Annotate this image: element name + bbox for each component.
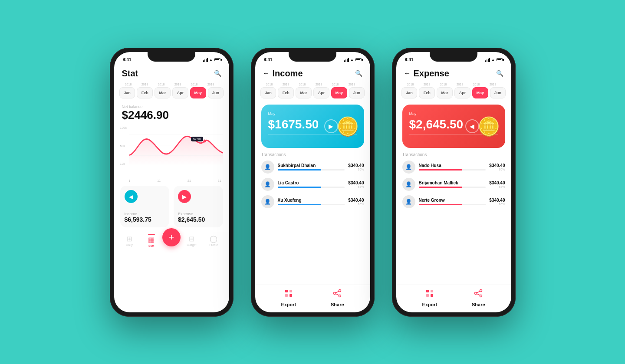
expense-month-apr[interactable]: Apr bbox=[454, 87, 470, 98]
income-card[interactable]: ◀ Income $6,593.75 bbox=[120, 186, 170, 227]
year-label-1: 2018 bbox=[137, 83, 153, 86]
income-month-mar[interactable]: Mar bbox=[296, 87, 312, 98]
month-tabs: 2018 2018 2018 2018 2018 2018 Jan Feb Ma… bbox=[114, 82, 229, 102]
income-month-jan[interactable]: Jan bbox=[260, 87, 276, 98]
expense-name-1: Brijamohan Mallick bbox=[419, 180, 486, 185]
chart-area: 100k 50k 10k $2.90 bbox=[114, 125, 229, 177]
expense-info-2: Nerte Gronw bbox=[419, 198, 486, 205]
battery-icon-income bbox=[355, 58, 362, 61]
screen-stat: 9:41 ▲ Stat 🔍 2018 bbox=[114, 52, 229, 312]
svg-rect-15 bbox=[426, 294, 429, 297]
svg-rect-13 bbox=[426, 290, 429, 292]
expense-card-month: May bbox=[409, 111, 498, 116]
bar-track-0 bbox=[278, 169, 345, 171]
transaction-amount-1: $340.40 bbox=[348, 180, 364, 185]
transaction-1[interactable]: 👤 Lia Castro $340.40 65% bbox=[261, 178, 364, 191]
wifi-icon: ▲ bbox=[209, 58, 213, 62]
chart-x-labels: 1 11 21 31 bbox=[114, 178, 229, 182]
months-row: Jan Feb Mar Apr May Jun bbox=[119, 87, 224, 98]
export-icon-expense bbox=[425, 289, 434, 300]
nav-budget-label: Budget bbox=[187, 243, 196, 246]
month-feb[interactable]: Feb bbox=[137, 87, 153, 98]
expense-transaction-0[interactable]: 👤 Nado Husa $340.40 65% bbox=[402, 161, 505, 174]
transaction-pct-0: 65% bbox=[348, 168, 364, 171]
chart-y-labels: 100k 50k 10k bbox=[120, 126, 127, 165]
svg-line-21 bbox=[477, 294, 480, 295]
transaction-right-1: $340.40 65% bbox=[348, 180, 364, 188]
expense-card[interactable]: ▶ Expense $2,645.50 bbox=[174, 186, 223, 227]
transaction-2[interactable]: 👤 Xu Xuefeng $340.40 65% bbox=[261, 195, 364, 208]
svg-line-20 bbox=[477, 291, 480, 293]
months-row-expense: Jan Feb Mar Apr May Jun bbox=[401, 87, 506, 98]
avatar-0: 👤 bbox=[261, 161, 274, 174]
nav-daily[interactable]: ⊞ Daily bbox=[118, 235, 141, 246]
nav-profile[interactable]: ◯ Profile bbox=[203, 235, 225, 246]
expense-pct-2: 65% bbox=[489, 203, 505, 206]
search-icon-income[interactable]: 🔍 bbox=[355, 70, 362, 77]
status-time-income: 9:41 bbox=[264, 57, 273, 62]
expense-month-jun[interactable]: Jun bbox=[490, 87, 506, 98]
month-jun[interactable]: Jun bbox=[208, 87, 224, 98]
expense-avatar-0: 👤 bbox=[402, 161, 415, 174]
svg-rect-4 bbox=[285, 290, 288, 292]
coin-icon-income: 🪙 bbox=[336, 115, 359, 137]
y-label-50k: 50k bbox=[120, 144, 127, 148]
share-button-expense[interactable]: Share bbox=[472, 289, 485, 307]
expense-amount-1: $340.40 bbox=[489, 180, 505, 185]
svg-point-19 bbox=[480, 295, 482, 297]
chart-tooltip: $2.90 bbox=[191, 137, 203, 141]
expense-bar-track-2 bbox=[419, 204, 486, 205]
chart-svg bbox=[129, 125, 223, 166]
search-icon[interactable]: 🔍 bbox=[214, 70, 221, 77]
expense-month-jan[interactable]: Jan bbox=[401, 87, 418, 98]
transaction-pct-2: 65% bbox=[348, 203, 364, 206]
expense-bar-track-0 bbox=[419, 169, 486, 171]
month-apr[interactable]: Apr bbox=[172, 87, 188, 98]
income-month-feb[interactable]: Feb bbox=[278, 87, 294, 98]
expense-label: Expense bbox=[178, 212, 219, 216]
transaction-0[interactable]: 👤 Sukhbirpal Dhalan $340.40 65% bbox=[261, 161, 364, 174]
notch-expense bbox=[430, 52, 477, 62]
page-title-income: Income bbox=[273, 69, 303, 79]
transactions-section-expense: Transactions 👤 Nado Husa $340.40 65% 👤 bbox=[396, 152, 511, 285]
expense-transaction-1[interactable]: 👤 Brijamohan Mallick $340.40 65% bbox=[402, 178, 505, 191]
battery-icon-expense bbox=[497, 58, 503, 61]
month-mar[interactable]: Mar bbox=[155, 87, 171, 98]
year-labels-expense: 2018 2018 2018 2018 2018 2018 bbox=[401, 83, 506, 86]
expense-avatar-1: 👤 bbox=[402, 178, 415, 191]
balance-section: Net balance $2446.90 bbox=[114, 102, 229, 123]
transaction-right-0: $340.40 65% bbox=[348, 163, 364, 171]
income-month-apr[interactable]: Apr bbox=[313, 87, 329, 98]
expense-transaction-2[interactable]: 👤 Nerte Gronw $340.40 65% bbox=[402, 195, 505, 208]
search-icon-expense[interactable]: 🔍 bbox=[496, 70, 503, 77]
expense-month-may[interactable]: May bbox=[472, 87, 488, 98]
expense-month-feb[interactable]: Feb bbox=[419, 87, 435, 98]
month-jan[interactable]: Jan bbox=[119, 87, 135, 98]
month-tabs-expense: 2018 2018 2018 2018 2018 2018 Jan Feb Ma… bbox=[396, 82, 511, 102]
screen-expense: 9:41 ▲ ← Expense 🔍 bbox=[396, 52, 511, 312]
export-button-income[interactable]: Export bbox=[281, 289, 296, 307]
income-month-may[interactable]: May bbox=[331, 87, 347, 98]
expense-right-2: $340.40 65% bbox=[489, 198, 505, 206]
fab-button[interactable]: + bbox=[162, 228, 181, 246]
svg-point-0 bbox=[203, 140, 206, 143]
transaction-right-2: $340.40 65% bbox=[348, 198, 364, 206]
nav-stat[interactable]: ▦ Stat bbox=[140, 234, 162, 247]
income-month-jun[interactable]: Jun bbox=[349, 87, 365, 98]
signal-icon-income bbox=[344, 58, 349, 62]
bar-track-1 bbox=[278, 187, 345, 188]
income-hero-card: May $1675.50 🪙 ▶ bbox=[261, 105, 364, 148]
expense-bar-fill-1 bbox=[419, 187, 463, 188]
back-button-expense[interactable]: ← bbox=[404, 69, 411, 77]
page-title-expense: Expense bbox=[414, 69, 449, 79]
share-button-income[interactable]: Share bbox=[331, 289, 344, 307]
transaction-info-1: Lia Castro bbox=[278, 180, 345, 188]
expense-bar-fill-2 bbox=[419, 204, 463, 205]
month-may[interactable]: May bbox=[190, 87, 206, 98]
export-button-expense[interactable]: Export bbox=[422, 289, 437, 307]
nav-budget[interactable]: ⊟ Budget bbox=[181, 235, 203, 246]
status-icons: ▲ bbox=[203, 58, 220, 62]
expense-month-mar[interactable]: Mar bbox=[437, 87, 453, 98]
back-button-income[interactable]: ← bbox=[263, 69, 270, 77]
transaction-name-2: Xu Xuefeng bbox=[278, 198, 345, 203]
